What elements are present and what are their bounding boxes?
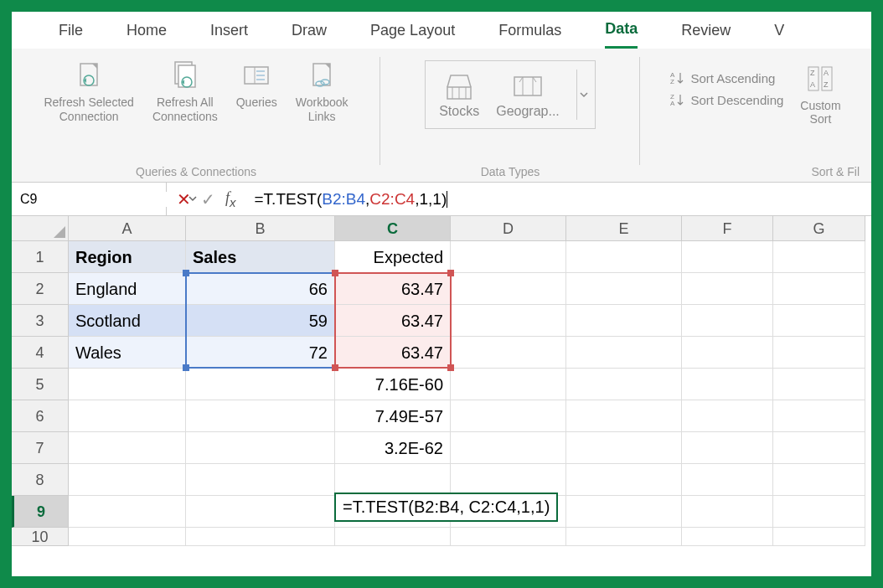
cell-A3[interactable]: Scotland [69,305,186,337]
sort-descending-button[interactable]: ZA Sort Descending [670,92,783,107]
stocks-button[interactable]: Stocks [439,70,479,119]
cell-C5[interactable]: 7.16E-60 [335,369,451,400]
cell-F5[interactable] [682,369,773,400]
col-header-G[interactable]: G [773,216,865,241]
custom-sort-button[interactable]: ZAAZ CustomSort [800,62,840,126]
row-header-1[interactable]: 1 [12,241,69,273]
cell-E2[interactable] [566,273,682,305]
cell-F8[interactable] [682,464,773,496]
cell-B2[interactable]: 66 [186,273,335,305]
row-header-6[interactable]: 6 [12,400,69,432]
cell-C6[interactable]: 7.49E-57 [335,400,451,432]
cell-B6[interactable] [186,400,335,432]
cell-C2[interactable]: 63.47 [335,273,451,305]
cell-C10[interactable] [335,528,451,546]
tab-home[interactable]: Home [127,13,167,48]
cell-E3[interactable] [566,305,682,337]
cell-C7[interactable]: 3.2E-62 [335,432,451,464]
cell-A2[interactable]: England [69,273,186,305]
cell-E8[interactable] [566,464,682,496]
sort-ascending-button[interactable]: AZ Sort Ascending [670,70,783,85]
cell-E10[interactable] [566,528,682,546]
cell-F1[interactable] [682,241,773,273]
tab-insert[interactable]: Insert [210,13,248,48]
cell-G4[interactable] [773,337,865,369]
cell-E4[interactable] [566,337,682,369]
cell-E7[interactable] [566,432,682,464]
formula-input[interactable]: =T.TEST(B2:B4, C2:C4,1,1) [246,190,871,209]
cell-E1[interactable] [566,241,682,273]
row-header-4[interactable]: 4 [12,337,69,369]
cell-D7[interactable] [451,432,566,464]
col-header-E[interactable]: E [566,216,682,241]
cell-B8[interactable] [186,464,335,496]
workbook-links-button[interactable]: WorkbookLinks [291,55,354,127]
cell-G2[interactable] [773,273,865,305]
col-header-C[interactable]: C [335,216,451,241]
name-box-input[interactable] [20,192,188,207]
cell-B4[interactable]: 72 [186,337,335,369]
cell-G1[interactable] [773,241,865,273]
cell-D3[interactable] [451,305,566,337]
cell-G6[interactable] [773,400,865,432]
tab-formulas[interactable]: Formulas [498,13,561,48]
cell-B7[interactable] [186,432,335,464]
tab-file[interactable]: File [59,13,83,48]
cell-E5[interactable] [566,369,682,400]
cell-C8[interactable] [335,464,451,496]
cell-D8[interactable] [451,464,566,496]
cell-G9[interactable] [773,496,865,528]
formula-accept-button[interactable]: ✓ [201,189,215,209]
col-header-F[interactable]: F [682,216,773,241]
select-all-corner[interactable] [12,216,69,241]
cell-E9[interactable] [566,496,682,528]
cell-E6[interactable] [566,400,682,432]
row-header-3[interactable]: 3 [12,305,69,337]
cell-F10[interactable] [682,528,773,546]
cell-A6[interactable] [69,400,186,432]
col-header-B[interactable]: B [186,216,335,241]
row-header-9[interactable]: 9 [12,496,69,528]
cell-A8[interactable] [69,464,186,496]
cell-F3[interactable] [682,305,773,337]
cell-B3[interactable]: 59 [186,305,335,337]
cell-B10[interactable] [186,528,335,546]
tab-review[interactable]: Review [681,13,731,48]
cell-D4[interactable] [451,337,566,369]
cell-G3[interactable] [773,305,865,337]
cell-A4[interactable]: Wales [69,337,186,369]
insert-function-button[interactable]: fx [225,189,236,209]
cell-A1[interactable]: Region [69,241,186,273]
cell-F6[interactable] [682,400,773,432]
cell-A10[interactable] [69,528,186,546]
cell-F4[interactable] [682,337,773,369]
row-header-10[interactable]: 10 [12,528,69,546]
cell-F2[interactable] [682,273,773,305]
refresh-all-button[interactable]: Refresh AllConnections [147,55,223,127]
spreadsheet-grid[interactable]: A B C D E F G 1 Region Sales Expected 2 … [12,216,871,576]
cell-D2[interactable] [451,273,566,305]
cell-D10[interactable] [451,528,566,546]
cell-A9[interactable] [69,496,186,528]
cell-D6[interactable] [451,400,566,432]
cell-A5[interactable] [69,369,186,400]
tab-data[interactable]: Data [605,12,638,49]
row-header-2[interactable]: 2 [12,273,69,305]
cell-F9[interactable] [682,496,773,528]
cell-edit-overlay[interactable]: =T.TEST(B2:B4, C2:C4,1,1) [334,493,558,522]
row-header-5[interactable]: 5 [12,369,69,400]
cell-G10[interactable] [773,528,865,546]
cell-B9[interactable] [186,496,335,528]
cell-B5[interactable] [186,369,335,400]
formula-cancel-button[interactable]: ✕ [177,189,191,209]
tab-page-layout[interactable]: Page Layout [370,13,455,48]
cell-C1[interactable]: Expected [335,241,451,273]
row-header-7[interactable]: 7 [12,432,69,464]
refresh-selected-button[interactable]: Refresh SelectedConnection [39,55,138,127]
col-header-A[interactable]: A [69,216,186,241]
cell-D1[interactable] [451,241,566,273]
col-header-D[interactable]: D [451,216,566,241]
row-header-8[interactable]: 8 [12,464,69,496]
tab-draw[interactable]: Draw [292,13,327,48]
name-box[interactable] [12,183,167,215]
